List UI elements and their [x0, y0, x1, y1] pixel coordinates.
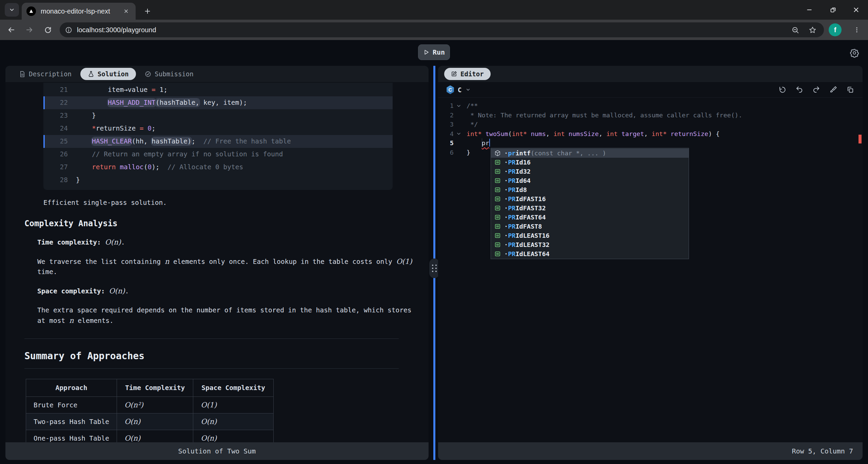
back-button[interactable] [4, 23, 18, 37]
complexity-heading: Complexity Analysis [24, 219, 429, 228]
address-bar[interactable]: localhost:3000/playground [60, 22, 824, 37]
suggestion-bullet: · [504, 167, 508, 176]
forward-button[interactable] [22, 23, 37, 37]
suggestion-name: intf [515, 149, 531, 158]
editor-line-4[interactable]: 4int* twoSum(int* nums, int numsSize, in… [438, 129, 863, 139]
solution-code-line: 26 // Return an empty array if no soluti… [43, 148, 393, 161]
editor-line-2[interactable]: 2 * Note: The returned array must be mal… [438, 111, 863, 120]
tab-description[interactable]: Description [14, 68, 76, 80]
approaches-table: ApproachTime ComplexitySpace ComplexityB… [26, 379, 274, 442]
language-selector[interactable]: C C [446, 85, 471, 94]
suggestion-item[interactable]: ·printf(const char *, ... ) [491, 149, 689, 158]
line-content: } [76, 174, 80, 187]
solution-code-line: 24 *returnSize = 0; [43, 122, 393, 135]
bookmark-star-icon[interactable] [809, 26, 816, 34]
editor-line-1[interactable]: 1/** [438, 101, 863, 111]
fold-chevron-icon[interactable] [454, 129, 464, 139]
table-cell: Brute Force [26, 397, 117, 413]
window-restore-button[interactable] [821, 0, 845, 20]
suggestion-item[interactable]: ·PRIdFAST16 [491, 194, 689, 204]
line-content: HASH_ADD_INT(hashTable, key, item); [76, 96, 247, 109]
editor-line-3[interactable]: 3 */ [438, 120, 863, 129]
field-icon [494, 214, 501, 221]
code-editor[interactable]: 1/**2 * Note: The returned array must be… [438, 98, 863, 442]
suggestion-bullet: · [504, 240, 508, 250]
window-close-button[interactable] [844, 0, 868, 20]
suggestion-name: Id16 [515, 158, 531, 167]
site-info-icon[interactable] [65, 26, 72, 34]
table-row: One-pass Hash TableO(n)O(n) [26, 430, 274, 443]
text-segment: We traverse the list containing [37, 258, 165, 266]
suggestion-bullet: · [504, 231, 508, 240]
browser-tabstrip: monaco-editor-lsp-next [0, 0, 868, 20]
suggestion-name: IdFAST16 [515, 194, 546, 204]
text-segment: Time complexity: [37, 238, 105, 246]
text-segment: . [121, 238, 125, 246]
line-content: // Return an empty array if no solution … [76, 148, 283, 161]
fold-gutter [454, 120, 464, 129]
table-cell: O(n²) [117, 397, 193, 413]
fold-chevron-icon[interactable] [454, 101, 464, 111]
tab-search-button[interactable] [5, 3, 19, 17]
settings-button[interactable] [848, 46, 861, 60]
text-segment: time. [37, 268, 57, 276]
tab-editor[interactable]: Editor [444, 68, 491, 80]
text-segment: n [69, 316, 74, 325]
fold-gutter [454, 138, 464, 148]
tab-close-icon[interactable] [121, 6, 131, 16]
zoom-out-icon[interactable] [791, 26, 799, 34]
suggestion-item[interactable]: ·PRIdFAST8 [491, 222, 689, 231]
suggestion-bullet: · [504, 194, 508, 204]
profile-avatar[interactable]: f [829, 23, 842, 36]
new-tab-button[interactable] [141, 5, 154, 18]
table-cell: Two-pass Hash Table [26, 413, 117, 430]
suggestion-bullet: · [504, 185, 508, 195]
text-segment: O(n) [109, 287, 125, 295]
suggestion-item[interactable]: ·PRIdFAST32 [491, 204, 689, 213]
space-complexity-description: The extra space required depends on the … [37, 305, 417, 326]
avatar-letter: f [834, 26, 836, 34]
run-label: Run [433, 48, 445, 56]
suggestion-bullet: · [504, 249, 508, 259]
editor-line-content: int* twoSum(int* nums, int numsSize, int… [464, 129, 719, 139]
section-divider [24, 339, 399, 339]
editor-line-5[interactable]: 5 pr [438, 138, 863, 148]
problem-footer-title: Solution of Two Sum [178, 447, 256, 455]
suggestion-item[interactable]: ·PRId8 [491, 185, 689, 194]
c-language-icon: C [446, 85, 454, 94]
table-cell: O(n) [117, 430, 193, 443]
suggestion-item[interactable]: ·PRId32 [491, 167, 689, 176]
editor-line-number: 2 [438, 111, 454, 120]
solution-content[interactable]: 21 item→value = 1;22 HASH_ADD_INT(hashTa… [5, 82, 429, 442]
suggestion-item[interactable]: ·PRIdLEAST64 [491, 249, 689, 258]
summary-heading: Summary of Approaches [24, 350, 399, 369]
copy-button[interactable] [846, 86, 854, 94]
suggestion-name: IdLEAST16 [515, 231, 549, 240]
problem-footer: Solution of Two Sum [5, 442, 429, 460]
table-cell: O(n) [117, 413, 193, 430]
cube-icon [494, 150, 501, 157]
tab-label: Description [29, 70, 72, 78]
run-button[interactable]: Run [418, 44, 450, 60]
undo-button[interactable] [795, 86, 804, 94]
text-segment: O(n) [105, 238, 121, 246]
suggestion-item[interactable]: ·PRId16 [491, 158, 689, 167]
solution-code-line: 22 HASH_ADD_INT(hashTable, key, item); [43, 96, 393, 109]
tab-solution[interactable]: Solution [80, 68, 136, 80]
browser-tab[interactable]: monaco-editor-lsp-next [22, 3, 136, 20]
reload-button[interactable] [41, 23, 55, 37]
browser-menu-button[interactable] [850, 23, 863, 36]
suggestion-item[interactable]: ·PRIdFAST64 [491, 213, 689, 222]
editor-line-content: */ [464, 120, 478, 129]
suggestion-item[interactable]: ·PRIdLEAST32 [491, 240, 689, 249]
reset-button[interactable] [778, 86, 787, 94]
redo-button[interactable] [812, 86, 821, 94]
tab-submission[interactable]: Submission [140, 68, 198, 80]
format-button[interactable] [829, 86, 837, 94]
window-minimize-button[interactable] [797, 0, 821, 20]
line-content: HASH_CLEAR(hh, hashTable); // Free the h… [76, 135, 291, 148]
field-icon [494, 187, 501, 193]
suggestion-item[interactable]: ·PRId64 [491, 176, 689, 185]
line-number: 23 [48, 109, 68, 122]
suggestion-item[interactable]: ·PRIdLEAST16 [491, 231, 689, 240]
